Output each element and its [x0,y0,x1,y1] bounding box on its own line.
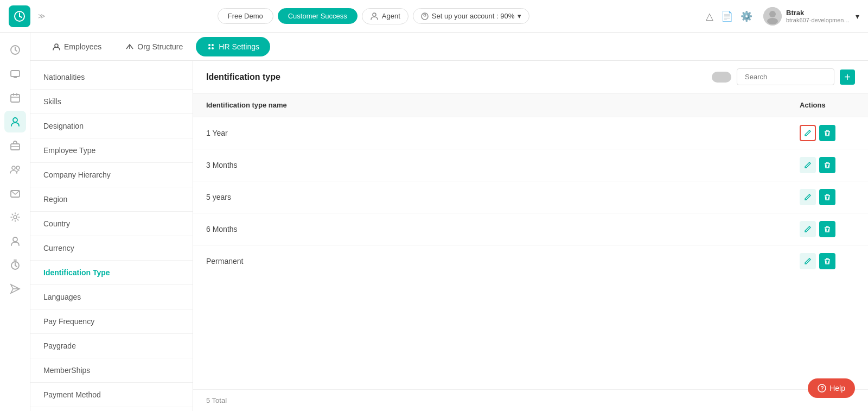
menu-item-company-hierarchy[interactable]: Company Hierarchy [30,163,193,187]
table-area: Identification type name Actions 1 Year3… [193,93,868,389]
search-input[interactable] [737,68,834,85]
content-area: Employees Org Structure HR Settings Nati… [30,33,868,411]
menu-item-nationalities[interactable]: Nationalities [30,65,193,90]
edit-button-6months[interactable] [800,221,816,237]
tab-bar: Employees Org Structure HR Settings [30,33,868,61]
delete-button-6months[interactable] [819,221,835,237]
doc-icon[interactable]: 📄 [721,10,733,22]
svg-point-3 [373,13,376,16]
edit-button-5years[interactable] [800,189,816,205]
total-count: 5 Total [206,396,227,404]
row-actions-5years [787,181,868,213]
row-actions-1year [787,117,868,149]
tab-employees[interactable]: Employees [41,37,112,56]
topbar: ≫ Free Demo Customer Success Agent Set u… [0,0,868,33]
identification-table: Identification type name Actions 1 Year3… [193,93,868,277]
expand-icon[interactable]: ≫ [38,12,46,20]
svg-text:?: ? [821,385,824,391]
menu-item-skills[interactable]: Skills [30,90,193,114]
sidebar-icon-monitor[interactable] [4,63,26,85]
svg-point-37 [208,47,210,49]
table-row: Permanent [193,245,868,277]
setup-button[interactable]: Set up your account : 90% ▾ [413,8,529,24]
help-label: Help [829,384,845,393]
tab-org-structure[interactable]: Org Structure [114,37,194,56]
menu-item-designation[interactable]: Designation [30,114,193,138]
customer-success-button[interactable]: Customer Success [278,8,358,24]
user-dropdown-icon[interactable]: ▾ [856,12,859,21]
icon-sidebar [0,33,30,411]
sidebar-icon-mail[interactable] [4,182,26,204]
panel-header-right: + [712,68,855,85]
tab-hr-label: HR Settings [219,42,259,51]
svg-rect-12 [11,71,20,77]
menu-item-pay-frequency[interactable]: Pay Frequency [30,309,193,334]
menu-item-employee-type[interactable]: Employee Type [30,138,193,163]
toggle-switch[interactable] [712,72,731,83]
main-layout: Employees Org Structure HR Settings Nati… [0,33,868,411]
sidebar-icon-calendar[interactable] [4,87,26,109]
menu-item-reporting-methods[interactable]: Reporting Methods [30,407,193,411]
delete-button-1year[interactable] [819,125,835,141]
logo-btn[interactable] [9,5,30,27]
edit-button-permanent[interactable] [800,253,816,269]
delete-button-3months[interactable] [819,157,835,173]
edit-button-3months[interactable] [800,157,816,173]
user-info: Btrak btrak607-development@gm... [786,9,851,23]
setup-label: Set up your account : 90% [432,12,514,20]
sidebar-icon-group[interactable] [4,159,26,180]
alert-icon[interactable]: △ [706,10,713,22]
tab-hr-settings[interactable]: HR Settings [196,37,270,56]
row-actions-3months [787,149,868,181]
menu-item-memberships[interactable]: MemberShips [30,358,193,383]
row-name-3months: 3 Months [193,149,787,181]
sidebar-icon-send[interactable] [4,278,26,300]
menu-item-paygrade[interactable]: Paygrade [30,334,193,358]
avatar [763,7,782,26]
agent-button[interactable]: Agent [362,8,409,24]
sidebar-icon-clock[interactable] [4,39,26,61]
table-row: 3 Months [193,149,868,181]
sidebar-icon-briefcase[interactable] [4,135,26,156]
side-menu: Nationalities Skills Designation Employe… [30,61,193,411]
menu-item-identification-type[interactable]: Identification Type [30,261,193,285]
panel-title: Identification type [206,72,280,82]
menu-item-country[interactable]: Country [30,212,193,236]
row-name-permanent: Permanent [193,245,787,277]
sidebar-icon-person[interactable] [4,111,26,132]
sidebar-icon-user2[interactable] [4,230,26,252]
edit-button-1year[interactable] [800,125,816,141]
agent-label: Agent [382,12,400,20]
svg-point-25 [14,216,17,219]
menu-item-currency[interactable]: Currency [30,236,193,261]
svg-point-38 [212,47,214,49]
main-panel: Identification type + Identification typ… [193,61,868,411]
delete-button-5years[interactable] [819,189,835,205]
menu-item-region[interactable]: Region [30,187,193,212]
gear-icon[interactable]: ⚙️ [741,10,752,22]
table-row: 1 Year [193,117,868,149]
svg-point-19 [13,118,17,122]
sidebar-icon-timer[interactable] [4,254,26,276]
user-section[interactable]: Btrak btrak607-development@gm... ▾ [763,7,859,26]
svg-point-7 [769,11,776,17]
table-row: 5 years [193,181,868,213]
svg-line-29 [15,265,17,267]
tab-org-label: Org Structure [137,42,183,51]
menu-item-payment-method[interactable]: Payment Method [30,383,193,407]
sidebar-icon-settings[interactable] [4,206,26,228]
svg-line-2 [20,16,22,17]
svg-point-33 [55,44,58,47]
menu-item-languages[interactable]: Languages [30,285,193,309]
svg-point-22 [12,166,15,169]
row-actions-permanent [787,245,868,277]
col-header-name: Identification type name [193,93,787,117]
help-button[interactable]: ? Help [808,378,855,398]
svg-rect-15 [11,94,20,102]
user-name: Btrak [786,9,851,17]
free-demo-button[interactable]: Free Demo [218,8,273,24]
delete-button-permanent[interactable] [819,253,835,269]
chevron-down-icon: ▾ [518,12,521,20]
add-button[interactable]: + [840,69,855,85]
svg-point-35 [208,44,210,46]
